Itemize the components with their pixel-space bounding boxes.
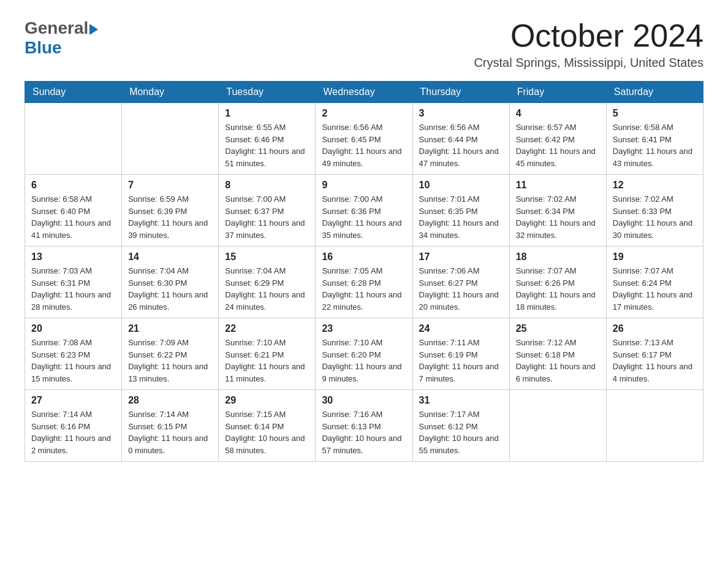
calendar-cell: 21Sunrise: 7:09 AMSunset: 6:22 PMDayligh… <box>122 318 219 390</box>
cell-sun-info: Sunrise: 7:10 AMSunset: 6:20 PMDaylight:… <box>322 337 406 385</box>
cell-sun-info: Sunrise: 7:07 AMSunset: 6:24 PMDaylight:… <box>613 265 697 313</box>
calendar-cell <box>122 103 219 175</box>
column-header-sunday: Sunday <box>25 82 122 103</box>
day-number: 3 <box>419 108 503 119</box>
day-number: 2 <box>322 108 406 119</box>
column-header-tuesday: Tuesday <box>219 82 316 103</box>
cell-sun-info: Sunrise: 7:11 AMSunset: 6:19 PMDaylight:… <box>419 337 503 385</box>
day-number: 26 <box>613 323 697 334</box>
column-header-thursday: Thursday <box>412 82 509 103</box>
cell-sun-info: Sunrise: 7:04 AMSunset: 6:30 PMDaylight:… <box>128 265 212 313</box>
day-number: 9 <box>322 180 406 191</box>
day-number: 17 <box>419 251 503 262</box>
day-number: 31 <box>419 395 503 406</box>
day-number: 15 <box>225 251 309 262</box>
column-header-wednesday: Wednesday <box>316 82 412 103</box>
logo-blue-text: Blue <box>25 38 62 57</box>
cell-sun-info: Sunrise: 6:58 AMSunset: 6:41 PMDaylight:… <box>613 121 697 169</box>
day-number: 22 <box>225 323 309 334</box>
day-number: 10 <box>419 180 503 191</box>
day-number: 4 <box>516 108 600 119</box>
calendar-cell: 9Sunrise: 7:00 AMSunset: 6:36 PMDaylight… <box>316 175 412 247</box>
cell-sun-info: Sunrise: 6:57 AMSunset: 6:42 PMDaylight:… <box>516 121 600 169</box>
calendar-cell <box>509 390 606 462</box>
day-number: 28 <box>128 395 212 406</box>
location-text: Crystal Springs, Mississippi, United Sta… <box>474 56 703 70</box>
cell-sun-info: Sunrise: 7:16 AMSunset: 6:13 PMDaylight:… <box>322 408 406 456</box>
cell-sun-info: Sunrise: 6:56 AMSunset: 6:45 PMDaylight:… <box>322 121 406 169</box>
day-number: 25 <box>516 323 600 334</box>
day-number: 12 <box>613 180 697 191</box>
calendar-cell: 23Sunrise: 7:10 AMSunset: 6:20 PMDayligh… <box>316 318 412 390</box>
cell-sun-info: Sunrise: 6:55 AMSunset: 6:46 PMDaylight:… <box>225 121 309 169</box>
calendar-cell: 11Sunrise: 7:02 AMSunset: 6:34 PMDayligh… <box>509 175 606 247</box>
day-number: 30 <box>322 395 406 406</box>
calendar-cell: 25Sunrise: 7:12 AMSunset: 6:18 PMDayligh… <box>509 318 606 390</box>
cell-sun-info: Sunrise: 7:12 AMSunset: 6:18 PMDaylight:… <box>516 337 600 385</box>
cell-sun-info: Sunrise: 7:04 AMSunset: 6:29 PMDaylight:… <box>225 265 309 313</box>
logo-general-text: General <box>25 18 88 38</box>
calendar-cell: 19Sunrise: 7:07 AMSunset: 6:24 PMDayligh… <box>606 247 703 318</box>
calendar-cell: 17Sunrise: 7:06 AMSunset: 6:27 PMDayligh… <box>412 247 509 318</box>
day-number: 19 <box>613 251 697 262</box>
day-number: 14 <box>128 251 212 262</box>
day-number: 18 <box>516 251 600 262</box>
calendar-cell: 24Sunrise: 7:11 AMSunset: 6:19 PMDayligh… <box>412 318 509 390</box>
calendar-cell: 7Sunrise: 6:59 AMSunset: 6:39 PMDaylight… <box>122 175 219 247</box>
calendar-cell: 22Sunrise: 7:10 AMSunset: 6:21 PMDayligh… <box>219 318 316 390</box>
calendar-cell: 29Sunrise: 7:15 AMSunset: 6:14 PMDayligh… <box>219 390 316 462</box>
calendar-week-row: 20Sunrise: 7:08 AMSunset: 6:23 PMDayligh… <box>25 318 703 390</box>
calendar-week-row: 13Sunrise: 7:03 AMSunset: 6:31 PMDayligh… <box>25 247 703 318</box>
cell-sun-info: Sunrise: 6:56 AMSunset: 6:44 PMDaylight:… <box>419 121 503 169</box>
calendar-cell: 20Sunrise: 7:08 AMSunset: 6:23 PMDayligh… <box>25 318 122 390</box>
calendar-cell: 10Sunrise: 7:01 AMSunset: 6:35 PMDayligh… <box>412 175 509 247</box>
cell-sun-info: Sunrise: 7:05 AMSunset: 6:28 PMDaylight:… <box>322 265 406 313</box>
calendar-cell: 18Sunrise: 7:07 AMSunset: 6:26 PMDayligh… <box>509 247 606 318</box>
day-number: 7 <box>128 180 212 191</box>
calendar-cell: 5Sunrise: 6:58 AMSunset: 6:41 PMDaylight… <box>606 103 703 175</box>
cell-sun-info: Sunrise: 6:58 AMSunset: 6:40 PMDaylight:… <box>31 193 115 241</box>
calendar-cell: 26Sunrise: 7:13 AMSunset: 6:17 PMDayligh… <box>606 318 703 390</box>
day-number: 20 <box>31 323 115 334</box>
calendar-cell <box>606 390 703 462</box>
calendar-cell: 8Sunrise: 7:00 AMSunset: 6:37 PMDaylight… <box>219 175 316 247</box>
calendar-cell: 27Sunrise: 7:14 AMSunset: 6:16 PMDayligh… <box>25 390 122 462</box>
day-number: 29 <box>225 395 309 406</box>
cell-sun-info: Sunrise: 7:15 AMSunset: 6:14 PMDaylight:… <box>225 408 309 456</box>
cell-sun-info: Sunrise: 7:10 AMSunset: 6:21 PMDaylight:… <box>225 337 309 385</box>
day-number: 6 <box>31 180 115 191</box>
calendar-header-row: SundayMondayTuesdayWednesdayThursdayFrid… <box>25 82 703 103</box>
calendar-cell: 13Sunrise: 7:03 AMSunset: 6:31 PMDayligh… <box>25 247 122 318</box>
title-section: October 2024 Crystal Springs, Mississipp… <box>474 18 703 70</box>
calendar-cell: 31Sunrise: 7:17 AMSunset: 6:12 PMDayligh… <box>412 390 509 462</box>
month-title: October 2024 <box>474 18 703 53</box>
calendar-table: SundayMondayTuesdayWednesdayThursdayFrid… <box>25 81 703 462</box>
day-number: 8 <box>225 180 309 191</box>
day-number: 16 <box>322 251 406 262</box>
page-header: General Blue October 2024 Crystal Spring… <box>25 18 703 70</box>
column-header-monday: Monday <box>122 82 219 103</box>
calendar-cell: 28Sunrise: 7:14 AMSunset: 6:15 PMDayligh… <box>122 390 219 462</box>
calendar-cell: 1Sunrise: 6:55 AMSunset: 6:46 PMDaylight… <box>219 103 316 175</box>
day-number: 24 <box>419 323 503 334</box>
day-number: 13 <box>31 251 115 262</box>
cell-sun-info: Sunrise: 7:09 AMSunset: 6:22 PMDaylight:… <box>128 337 212 385</box>
day-number: 23 <box>322 323 406 334</box>
column-header-saturday: Saturday <box>606 82 703 103</box>
calendar-week-row: 6Sunrise: 6:58 AMSunset: 6:40 PMDaylight… <box>25 175 703 247</box>
calendar-week-row: 27Sunrise: 7:14 AMSunset: 6:16 PMDayligh… <box>25 390 703 462</box>
cell-sun-info: Sunrise: 6:59 AMSunset: 6:39 PMDaylight:… <box>128 193 212 241</box>
cell-sun-info: Sunrise: 7:01 AMSunset: 6:35 PMDaylight:… <box>419 193 503 241</box>
calendar-cell: 14Sunrise: 7:04 AMSunset: 6:30 PMDayligh… <box>122 247 219 318</box>
calendar-cell: 12Sunrise: 7:02 AMSunset: 6:33 PMDayligh… <box>606 175 703 247</box>
day-number: 27 <box>31 395 115 406</box>
calendar-cell: 4Sunrise: 6:57 AMSunset: 6:42 PMDaylight… <box>509 103 606 175</box>
day-number: 5 <box>613 108 697 119</box>
cell-sun-info: Sunrise: 7:14 AMSunset: 6:16 PMDaylight:… <box>31 408 115 456</box>
cell-sun-info: Sunrise: 7:08 AMSunset: 6:23 PMDaylight:… <box>31 337 115 385</box>
cell-sun-info: Sunrise: 7:03 AMSunset: 6:31 PMDaylight:… <box>31 265 115 313</box>
calendar-cell: 15Sunrise: 7:04 AMSunset: 6:29 PMDayligh… <box>219 247 316 318</box>
calendar-cell: 2Sunrise: 6:56 AMSunset: 6:45 PMDaylight… <box>316 103 412 175</box>
column-header-friday: Friday <box>509 82 606 103</box>
day-number: 1 <box>225 108 309 119</box>
